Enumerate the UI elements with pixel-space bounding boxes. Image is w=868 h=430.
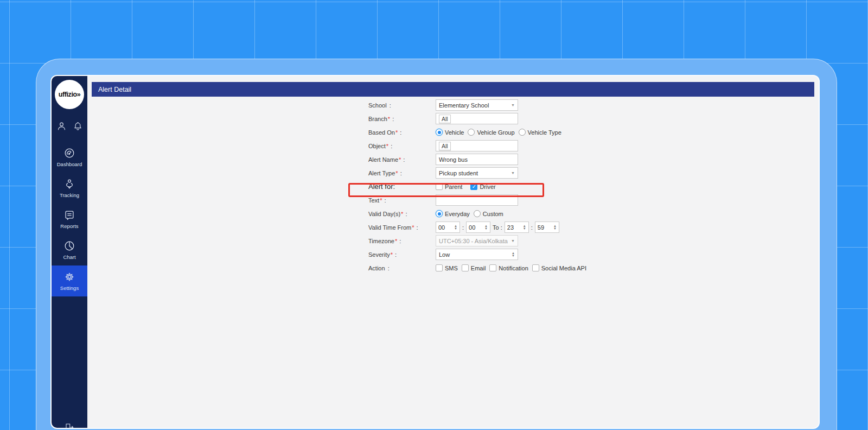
object-chip[interactable]: All: [439, 142, 451, 150]
spinner-arrows-icon[interactable]: ▲▼: [454, 225, 457, 230]
alert-type-label: Alert Type: [368, 170, 395, 176]
form-row-object: Object* : All: [368, 139, 819, 153]
form-row-alert-type: Alert Type* : Pickup student ▼: [368, 166, 819, 180]
school-select[interactable]: Elementary School ▼: [436, 99, 518, 111]
spinner-arrows-icon: ▲▼: [512, 252, 515, 257]
sidebar: uffizio»: [52, 76, 87, 428]
page-title: Alert Detail: [98, 86, 131, 93]
form-row-valid-time: Valid Time From* : 00▲▼ : 00▲▼ To : 23▲▼…: [368, 220, 819, 234]
form-row-school: School : Elementary School ▼: [368, 98, 819, 112]
dashboard-icon: [63, 147, 75, 159]
radio-custom[interactable]: [474, 210, 481, 217]
sidebar-item-settings[interactable]: Settings: [52, 265, 87, 296]
branch-chip[interactable]: All: [439, 115, 451, 123]
alert-detail-form: School : Elementary School ▼ Branch* : A…: [87, 97, 819, 275]
to-label: To :: [493, 224, 502, 231]
spinner-arrows-icon[interactable]: ▲▼: [484, 225, 488, 230]
sidebar-item-label: Settings: [60, 285, 79, 291]
spinner-arrows-icon[interactable]: ▲▼: [523, 225, 526, 230]
chevron-down-icon: ▼: [511, 171, 515, 175]
tracking-icon: [63, 178, 75, 190]
form-row-based-on: Based On* : Vehicle Vehicle Group Vehicl…: [368, 125, 819, 139]
sidebar-item-dashboard[interactable]: Dashboard: [52, 142, 87, 173]
settings-icon: [63, 271, 75, 283]
radio-vehicle-type[interactable]: [519, 129, 526, 136]
checkbox-parent[interactable]: ✓: [436, 183, 443, 190]
checkbox-email[interactable]: ✓: [462, 264, 469, 271]
page-title-bar: Alert Detail: [92, 82, 814, 97]
reports-icon: [63, 209, 75, 221]
sidebar-nav: Dashboard Tracking: [52, 142, 87, 296]
action-label: Action: [368, 265, 385, 271]
text-input[interactable]: [436, 194, 518, 206]
sidebar-item-label: Chart: [63, 254, 75, 260]
from-hour-spinner[interactable]: 00▲▼: [436, 222, 460, 233]
timezone-label: Timezone: [368, 238, 394, 244]
timezone-select[interactable]: UTC+05:30 - Asia/Kolkata ▼: [436, 235, 518, 246]
user-icon[interactable]: [56, 121, 67, 131]
from-minute-spinner[interactable]: 00▲▼: [466, 222, 490, 233]
object-multiselect[interactable]: All: [436, 140, 518, 151]
form-row-alert-name: Alert Name* :: [368, 153, 819, 166]
sidebar-item-tracking[interactable]: Tracking: [52, 173, 87, 204]
radio-vehicle[interactable]: [436, 129, 443, 136]
logout-icon[interactable]: [65, 422, 74, 429]
sidebar-item-label: Reports: [60, 223, 78, 229]
chevron-down-icon: ▼: [511, 103, 515, 107]
branch-multiselect[interactable]: All: [436, 113, 518, 124]
bell-icon[interactable]: [73, 121, 83, 131]
radio-everyday[interactable]: [436, 210, 443, 217]
sidebar-item-reports[interactable]: Reports: [52, 204, 87, 235]
alert-name-label: Alert Name: [368, 156, 398, 163]
form-row-valid-days: Valid Day(s)* : Everyday Custom: [368, 207, 819, 220]
checkbox-social-media-api[interactable]: ✓: [532, 264, 539, 271]
logo-text: uffizio»: [59, 91, 81, 98]
form-row-timezone: Timezone* : UTC+05:30 - Asia/Kolkata ▼: [368, 234, 819, 248]
checkbox-driver[interactable]: ✓: [470, 183, 477, 190]
alert-for-label: Alert for:: [368, 182, 436, 191]
chevron-down-icon: ▼: [511, 239, 515, 243]
spinner-arrows-icon[interactable]: ▲▼: [553, 225, 557, 230]
app-window: uffizio»: [50, 75, 820, 429]
form-row-action: Action : ✓SMS ✓Email ✓Notification ✓Soci…: [368, 261, 819, 275]
alert-name-input[interactable]: [436, 154, 518, 165]
form-row-text: Text* :: [368, 193, 819, 207]
to-minute-spinner[interactable]: 59▲▼: [535, 222, 559, 233]
sidebar-item-label: Dashboard: [57, 161, 82, 167]
severity-select[interactable]: Low ▲▼: [436, 249, 518, 260]
radio-vehicle-group[interactable]: [468, 129, 475, 136]
valid-days-label: Valid Day(s): [368, 211, 400, 217]
text-label: Text: [368, 197, 379, 204]
form-row-branch: Branch* : All: [368, 112, 819, 125]
school-label: School: [368, 102, 387, 109]
based-on-label: Based On: [368, 129, 395, 136]
to-hour-spinner[interactable]: 23▲▼: [505, 222, 529, 233]
form-row-severity: Severity* : Low ▲▼: [368, 248, 819, 261]
alert-type-select[interactable]: Pickup student ▼: [436, 167, 518, 179]
checkbox-notification[interactable]: ✓: [489, 264, 496, 271]
valid-time-label: Valid Time From: [368, 224, 411, 231]
sidebar-item-chart[interactable]: Chart: [52, 235, 87, 265]
uffizio-logo[interactable]: uffizio»: [55, 80, 84, 109]
form-row-alert-for: Alert for: ✓Parent ✓Driver: [368, 180, 819, 193]
object-label: Object: [368, 143, 386, 149]
chart-icon: [63, 240, 75, 252]
severity-label: Severity: [368, 251, 390, 258]
main-content: Alert Detail School : Elementary School …: [87, 76, 819, 428]
branch-label: Branch: [368, 116, 387, 122]
sidebar-item-label: Tracking: [60, 192, 79, 198]
checkbox-sms[interactable]: ✓: [436, 264, 443, 271]
